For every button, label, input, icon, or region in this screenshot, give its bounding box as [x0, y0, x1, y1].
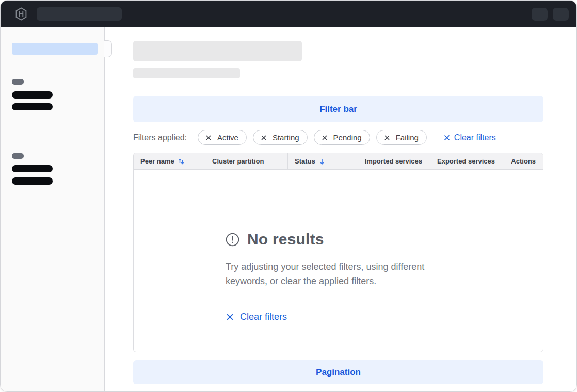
main-content: Filter bar Filters applied: Active Start… — [105, 27, 576, 391]
filter-bar-placeholder: Filter bar — [133, 96, 543, 122]
clear-filters-link[interactable]: Clear filters — [443, 133, 496, 142]
filter-chip-failing[interactable]: Failing — [376, 130, 427, 145]
clear-filters-label: Clear filters — [454, 133, 496, 142]
clear-x-icon — [226, 313, 234, 321]
column-header-cluster-partition: Cluster partition — [212, 153, 288, 169]
column-header-imported-services: Imported services — [357, 153, 430, 169]
filter-chip-pending[interactable]: Pending — [314, 130, 370, 145]
hashicorp-logo-icon — [14, 7, 28, 21]
dismiss-x-icon — [383, 134, 391, 141]
peers-table: Peer name Cluster partition Status — [133, 153, 543, 352]
dismiss-x-icon — [260, 134, 267, 141]
empty-state-title: No results — [247, 231, 324, 248]
sidebar-nav-item-placeholder-3[interactable] — [12, 165, 53, 172]
column-header-exported-services: Exported services — [430, 153, 496, 169]
filter-chip-label: Starting — [273, 133, 299, 142]
sidebar-section-label-placeholder-2 — [12, 153, 24, 159]
clear-x-icon — [443, 134, 451, 141]
dismiss-x-icon — [205, 134, 212, 141]
column-label: Exported services — [437, 157, 495, 165]
empty-state-description: Try adjusting your selected filters, usi… — [226, 259, 451, 288]
filters-applied-label: Filters applied: — [133, 133, 187, 142]
empty-state-clear-filters-label: Clear filters — [240, 312, 287, 322]
sort-both-icon — [178, 158, 185, 165]
empty-state: No results Try adjusting your selected f… — [226, 170, 451, 322]
sort-desc-icon — [318, 158, 326, 165]
column-label: Cluster partition — [212, 157, 264, 165]
column-header-status[interactable]: Status — [288, 153, 357, 169]
app-window: Filter bar Filters applied: Active Start… — [0, 0, 577, 392]
filter-bar-label: Filter bar — [319, 104, 357, 115]
column-label: Status — [295, 157, 315, 165]
sidebar — [1, 27, 105, 391]
column-label: Actions — [511, 157, 536, 165]
dismiss-x-icon — [321, 134, 328, 141]
top-nav-bar — [1, 1, 576, 27]
table-header-row: Peer name Cluster partition Status — [134, 153, 543, 170]
column-label: Peer name — [140, 157, 174, 165]
filter-chip-label: Active — [217, 133, 238, 142]
column-header-actions: Actions — [496, 153, 543, 169]
filter-chip-active[interactable]: Active — [198, 130, 247, 145]
filter-chip-label: Failing — [396, 133, 419, 142]
empty-state-clear-filters-link[interactable]: Clear filters — [226, 312, 287, 322]
global-search-placeholder[interactable] — [37, 7, 122, 21]
filter-chip-label: Pending — [333, 133, 362, 142]
page-subtitle-placeholder — [133, 68, 240, 78]
sidebar-nav-item-placeholder-1[interactable] — [12, 91, 53, 99]
empty-state-divider — [226, 299, 451, 299]
table-body: No results Try adjusting your selected f… — [134, 170, 543, 352]
applied-filters-row: Filters applied: Active Starting Pending… — [133, 130, 543, 145]
topbar-action-button-2[interactable] — [553, 8, 569, 21]
topbar-action-button-1[interactable] — [532, 8, 548, 21]
filter-chip-starting[interactable]: Starting — [253, 130, 308, 145]
pagination-placeholder: Pagination — [133, 360, 543, 384]
sidebar-selected-item[interactable] — [12, 43, 98, 55]
sidebar-section-label-placeholder-1 — [12, 79, 24, 85]
column-header-peer-name[interactable]: Peer name — [134, 153, 212, 169]
column-label: Imported services — [365, 157, 422, 165]
page-title-placeholder — [133, 41, 302, 61]
sidebar-nav-item-placeholder-4[interactable] — [12, 177, 53, 185]
sidebar-nav-item-placeholder-2[interactable] — [12, 103, 53, 110]
sidebar-collapse-handle[interactable] — [104, 40, 112, 57]
pagination-label: Pagination — [316, 367, 361, 378]
alert-circle-icon — [226, 233, 239, 247]
